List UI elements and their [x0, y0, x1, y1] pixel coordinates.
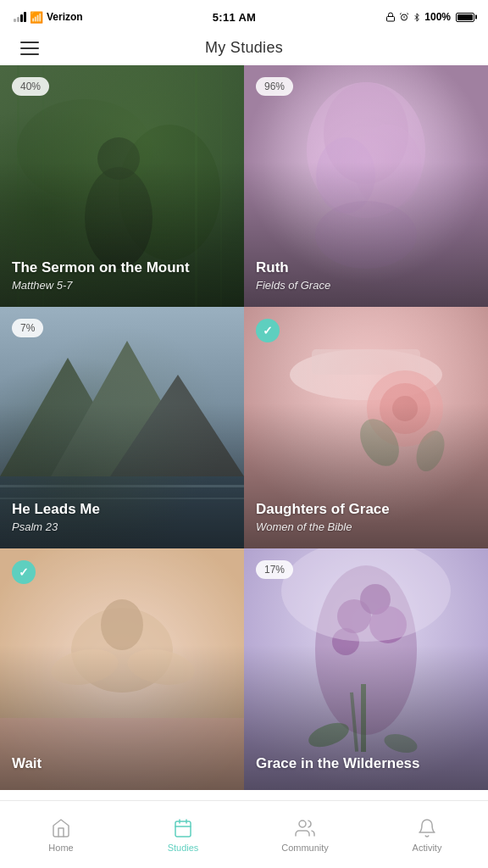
- menu-button[interactable]: [17, 38, 42, 58]
- study-card-sermon-mount[interactable]: 40% The Sermon on the Mount Matthew 5-7: [0, 65, 244, 307]
- card-content-wait: Wait: [0, 743, 244, 790]
- svg-point-3: [17, 99, 152, 201]
- studies-label: Studies: [168, 843, 199, 853]
- svg-marker-18: [0, 358, 136, 476]
- status-right: 100%: [385, 11, 474, 23]
- svg-point-31: [411, 426, 449, 475]
- home-label: Home: [48, 843, 73, 853]
- status-left: 📶 Verizon: [14, 11, 83, 24]
- svg-point-25: [290, 349, 442, 400]
- battery-label: 100%: [424, 11, 451, 23]
- complete-badge-wait: [12, 560, 36, 584]
- signal-icon: [14, 12, 26, 22]
- progress-badge-leads: 7%: [12, 319, 43, 337]
- study-title-leads: He Leads Me: [12, 500, 232, 518]
- study-subtitle-leads: Psalm 23: [12, 520, 232, 533]
- nav-item-studies[interactable]: Studies: [122, 810, 244, 860]
- study-card-leads[interactable]: 7% He Leads Me Psalm 23: [0, 307, 244, 548]
- svg-point-35: [101, 599, 143, 650]
- svg-rect-26: [312, 349, 420, 375]
- study-title-wait: Wait: [12, 754, 232, 772]
- study-subtitle-ruth: Fields of Grace: [256, 279, 476, 292]
- svg-point-27: [367, 370, 443, 447]
- card-content-daughters: Daughters of Grace Women of the Bible: [244, 488, 488, 548]
- activity-label: Activity: [413, 843, 442, 853]
- page-title: My Studies: [205, 39, 283, 57]
- svg-point-12: [307, 82, 425, 218]
- wifi-icon: 📶: [30, 11, 43, 24]
- nav-item-home[interactable]: Home: [0, 810, 122, 860]
- svg-point-30: [352, 412, 408, 473]
- complete-badge-daughters: [256, 319, 280, 342]
- svg-point-54: [299, 821, 306, 827]
- nav-item-community[interactable]: Community: [244, 810, 366, 860]
- study-title-ruth: Ruth: [256, 259, 476, 276]
- progress-badge-grace: 17%: [256, 560, 293, 579]
- alarm-icon: [399, 12, 409, 22]
- studies-grid: 40% The Sermon on the Mount Matthew 5-7: [0, 65, 488, 790]
- time-label: 5:11 AM: [213, 11, 256, 24]
- study-title-grace: Grace in the Wilderness: [256, 754, 476, 772]
- svg-point-6: [97, 137, 140, 180]
- main-content: 40% The Sermon on the Mount Matthew 5-7: [0, 65, 488, 858]
- svg-point-4: [119, 125, 220, 260]
- carrier-label: Verizon: [47, 11, 83, 23]
- bluetooth-icon: [413, 12, 421, 23]
- community-label: Community: [281, 843, 329, 853]
- svg-rect-0: [387, 17, 395, 22]
- svg-rect-22: [0, 485, 244, 487]
- study-card-wait[interactable]: Wait: [0, 548, 244, 790]
- community-icon: [294, 817, 316, 839]
- study-title-daughters: Daughters of Grace: [256, 500, 476, 518]
- progress-badge-sermon: 40%: [12, 77, 49, 96]
- card-content-leads: He Leads Me Psalm 23: [0, 488, 244, 548]
- home-icon: [50, 817, 72, 839]
- bottom-nav: Home Studies Community: [0, 800, 488, 868]
- card-content-sermon: The Sermon on the Mount Matthew 5-7: [0, 247, 244, 307]
- header: My Studies: [0, 31, 488, 65]
- battery-icon: [456, 13, 474, 22]
- study-subtitle-sermon: Matthew 5-7: [12, 279, 232, 292]
- svg-point-29: [392, 396, 418, 421]
- svg-marker-19: [51, 341, 203, 476]
- activity-icon: [416, 817, 438, 839]
- study-subtitle-daughters: Women of the Bible: [256, 520, 476, 533]
- card-content-ruth: Ruth Fields of Grace: [244, 247, 488, 307]
- svg-marker-20: [110, 375, 244, 476]
- svg-point-28: [380, 383, 430, 434]
- svg-point-14: [354, 125, 422, 209]
- study-card-grace[interactable]: 17% Grace in the Wilderness: [244, 548, 488, 790]
- svg-point-13: [324, 82, 408, 184]
- studies-icon: [172, 817, 194, 839]
- svg-point-15: [316, 137, 375, 214]
- progress-badge-ruth: 96%: [256, 77, 293, 96]
- card-content-grace: Grace in the Wilderness: [244, 743, 488, 790]
- nav-item-activity[interactable]: Activity: [366, 810, 488, 860]
- svg-rect-50: [175, 821, 191, 837]
- lock-icon: [385, 12, 396, 22]
- status-bar: 📶 Verizon 5:11 AM 100%: [0, 0, 488, 31]
- study-card-ruth[interactable]: 96% Ruth Fields of Grace: [244, 65, 488, 307]
- study-title-sermon: The Sermon on the Mount: [12, 259, 232, 276]
- study-card-daughters[interactable]: Daughters of Grace Women of the Bible: [244, 307, 488, 548]
